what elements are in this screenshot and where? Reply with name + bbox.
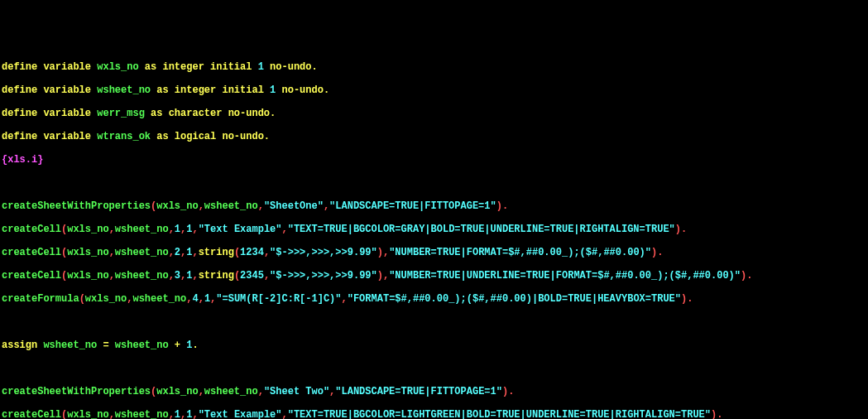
code-line: {xls.i} <box>2 154 866 166</box>
code-line: define variable wtrans_ok as logical no-… <box>2 131 866 142</box>
code-line: createFormula(wxls_no,wsheet_no,4,1,"=SU… <box>2 293 866 305</box>
code-line: createCell(wxls_no,wsheet_no,2,1,string(… <box>2 247 866 258</box>
code-line: define variable wsheet_no as integer ini… <box>2 84 866 96</box>
code-line: define variable werr_msg as character no… <box>2 108 866 119</box>
code-line: createCell(wxls_no,wsheet_no,1,1,"Text E… <box>2 409 866 419</box>
code-line <box>2 316 866 328</box>
code-line: define variable wxls_no as integer initi… <box>2 61 866 73</box>
code-line: assign wsheet_no = wsheet_no + 1. <box>2 340 866 351</box>
terminal-editor[interactable]: define variable wxls_no as integer initi… <box>2 50 866 419</box>
code-line <box>2 177 866 189</box>
code-line: createCell(wxls_no,wsheet_no,3,1,string(… <box>2 270 866 282</box>
code-line: createCell(wxls_no,wsheet_no,1,1,"Text E… <box>2 224 866 235</box>
code-line <box>2 363 866 374</box>
code-line: createSheetWithProperties(wxls_no,wsheet… <box>2 386 866 397</box>
code-line: createSheetWithProperties(wxls_no,wsheet… <box>2 200 866 212</box>
